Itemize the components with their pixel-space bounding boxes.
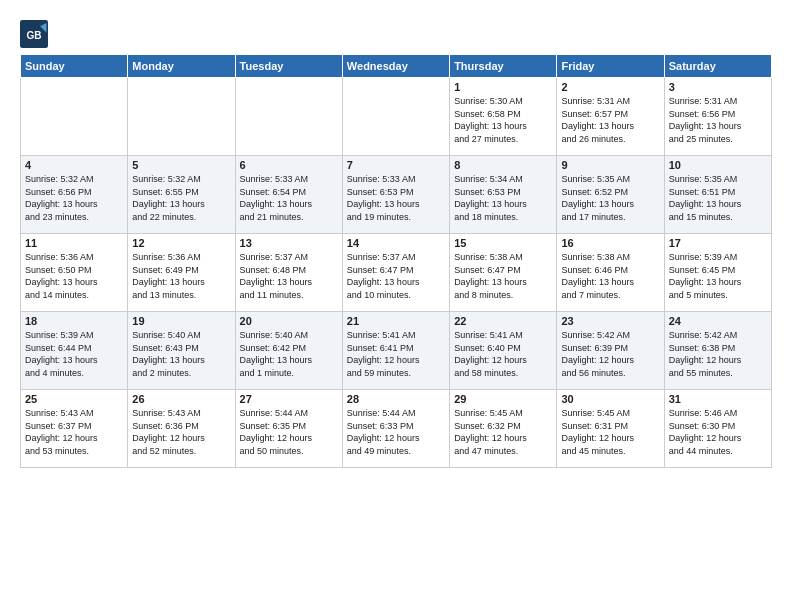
header: GB bbox=[20, 16, 772, 48]
calendar-cell: 10Sunrise: 5:35 AM Sunset: 6:51 PM Dayli… bbox=[664, 156, 771, 234]
day-number: 25 bbox=[25, 393, 123, 405]
day-number: 23 bbox=[561, 315, 659, 327]
day-info: Sunrise: 5:44 AM Sunset: 6:33 PM Dayligh… bbox=[347, 407, 445, 457]
day-info: Sunrise: 5:40 AM Sunset: 6:43 PM Dayligh… bbox=[132, 329, 230, 379]
week-row-4: 25Sunrise: 5:43 AM Sunset: 6:37 PM Dayli… bbox=[21, 390, 772, 468]
calendar-cell: 9Sunrise: 5:35 AM Sunset: 6:52 PM Daylig… bbox=[557, 156, 664, 234]
week-row-0: 1Sunrise: 5:30 AM Sunset: 6:58 PM Daylig… bbox=[21, 78, 772, 156]
calendar-table: SundayMondayTuesdayWednesdayThursdayFrid… bbox=[20, 54, 772, 468]
calendar-cell bbox=[342, 78, 449, 156]
day-info: Sunrise: 5:31 AM Sunset: 6:56 PM Dayligh… bbox=[669, 95, 767, 145]
day-info: Sunrise: 5:45 AM Sunset: 6:32 PM Dayligh… bbox=[454, 407, 552, 457]
day-info: Sunrise: 5:39 AM Sunset: 6:45 PM Dayligh… bbox=[669, 251, 767, 301]
day-number: 1 bbox=[454, 81, 552, 93]
week-row-2: 11Sunrise: 5:36 AM Sunset: 6:50 PM Dayli… bbox=[21, 234, 772, 312]
calendar-cell: 12Sunrise: 5:36 AM Sunset: 6:49 PM Dayli… bbox=[128, 234, 235, 312]
day-number: 28 bbox=[347, 393, 445, 405]
day-info: Sunrise: 5:43 AM Sunset: 6:36 PM Dayligh… bbox=[132, 407, 230, 457]
day-number: 15 bbox=[454, 237, 552, 249]
day-number: 13 bbox=[240, 237, 338, 249]
day-info: Sunrise: 5:45 AM Sunset: 6:31 PM Dayligh… bbox=[561, 407, 659, 457]
calendar-cell: 13Sunrise: 5:37 AM Sunset: 6:48 PM Dayli… bbox=[235, 234, 342, 312]
calendar-cell: 23Sunrise: 5:42 AM Sunset: 6:39 PM Dayli… bbox=[557, 312, 664, 390]
calendar-cell: 6Sunrise: 5:33 AM Sunset: 6:54 PM Daylig… bbox=[235, 156, 342, 234]
weekday-header-wednesday: Wednesday bbox=[342, 55, 449, 78]
day-info: Sunrise: 5:36 AM Sunset: 6:49 PM Dayligh… bbox=[132, 251, 230, 301]
weekday-header-row: SundayMondayTuesdayWednesdayThursdayFrid… bbox=[21, 55, 772, 78]
day-info: Sunrise: 5:35 AM Sunset: 6:51 PM Dayligh… bbox=[669, 173, 767, 223]
calendar-cell: 4Sunrise: 5:32 AM Sunset: 6:56 PM Daylig… bbox=[21, 156, 128, 234]
calendar-cell: 5Sunrise: 5:32 AM Sunset: 6:55 PM Daylig… bbox=[128, 156, 235, 234]
day-info: Sunrise: 5:33 AM Sunset: 6:54 PM Dayligh… bbox=[240, 173, 338, 223]
logo: GB bbox=[20, 20, 52, 48]
weekday-header-friday: Friday bbox=[557, 55, 664, 78]
calendar-cell: 26Sunrise: 5:43 AM Sunset: 6:36 PM Dayli… bbox=[128, 390, 235, 468]
day-number: 18 bbox=[25, 315, 123, 327]
calendar-cell: 20Sunrise: 5:40 AM Sunset: 6:42 PM Dayli… bbox=[235, 312, 342, 390]
calendar-cell: 24Sunrise: 5:42 AM Sunset: 6:38 PM Dayli… bbox=[664, 312, 771, 390]
day-number: 31 bbox=[669, 393, 767, 405]
day-info: Sunrise: 5:46 AM Sunset: 6:30 PM Dayligh… bbox=[669, 407, 767, 457]
calendar-page: GB SundayMondayTuesdayWednesdayThursdayF… bbox=[0, 0, 792, 612]
day-number: 24 bbox=[669, 315, 767, 327]
calendar-cell bbox=[128, 78, 235, 156]
calendar-cell: 19Sunrise: 5:40 AM Sunset: 6:43 PM Dayli… bbox=[128, 312, 235, 390]
calendar-cell: 28Sunrise: 5:44 AM Sunset: 6:33 PM Dayli… bbox=[342, 390, 449, 468]
day-info: Sunrise: 5:41 AM Sunset: 6:40 PM Dayligh… bbox=[454, 329, 552, 379]
calendar-cell: 27Sunrise: 5:44 AM Sunset: 6:35 PM Dayli… bbox=[235, 390, 342, 468]
day-info: Sunrise: 5:38 AM Sunset: 6:47 PM Dayligh… bbox=[454, 251, 552, 301]
day-number: 3 bbox=[669, 81, 767, 93]
day-info: Sunrise: 5:42 AM Sunset: 6:39 PM Dayligh… bbox=[561, 329, 659, 379]
calendar-cell: 18Sunrise: 5:39 AM Sunset: 6:44 PM Dayli… bbox=[21, 312, 128, 390]
calendar-cell: 29Sunrise: 5:45 AM Sunset: 6:32 PM Dayli… bbox=[450, 390, 557, 468]
day-info: Sunrise: 5:33 AM Sunset: 6:53 PM Dayligh… bbox=[347, 173, 445, 223]
day-number: 29 bbox=[454, 393, 552, 405]
day-number: 6 bbox=[240, 159, 338, 171]
day-info: Sunrise: 5:37 AM Sunset: 6:48 PM Dayligh… bbox=[240, 251, 338, 301]
day-info: Sunrise: 5:31 AM Sunset: 6:57 PM Dayligh… bbox=[561, 95, 659, 145]
day-number: 12 bbox=[132, 237, 230, 249]
day-info: Sunrise: 5:39 AM Sunset: 6:44 PM Dayligh… bbox=[25, 329, 123, 379]
calendar-cell: 31Sunrise: 5:46 AM Sunset: 6:30 PM Dayli… bbox=[664, 390, 771, 468]
day-number: 26 bbox=[132, 393, 230, 405]
day-number: 19 bbox=[132, 315, 230, 327]
calendar-cell: 14Sunrise: 5:37 AM Sunset: 6:47 PM Dayli… bbox=[342, 234, 449, 312]
svg-text:GB: GB bbox=[26, 30, 41, 41]
day-number: 20 bbox=[240, 315, 338, 327]
calendar-cell: 7Sunrise: 5:33 AM Sunset: 6:53 PM Daylig… bbox=[342, 156, 449, 234]
day-number: 9 bbox=[561, 159, 659, 171]
calendar-cell: 30Sunrise: 5:45 AM Sunset: 6:31 PM Dayli… bbox=[557, 390, 664, 468]
day-info: Sunrise: 5:35 AM Sunset: 6:52 PM Dayligh… bbox=[561, 173, 659, 223]
day-info: Sunrise: 5:40 AM Sunset: 6:42 PM Dayligh… bbox=[240, 329, 338, 379]
day-info: Sunrise: 5:43 AM Sunset: 6:37 PM Dayligh… bbox=[25, 407, 123, 457]
day-number: 17 bbox=[669, 237, 767, 249]
day-number: 5 bbox=[132, 159, 230, 171]
week-row-3: 18Sunrise: 5:39 AM Sunset: 6:44 PM Dayli… bbox=[21, 312, 772, 390]
day-number: 2 bbox=[561, 81, 659, 93]
week-row-1: 4Sunrise: 5:32 AM Sunset: 6:56 PM Daylig… bbox=[21, 156, 772, 234]
weekday-header-saturday: Saturday bbox=[664, 55, 771, 78]
day-info: Sunrise: 5:42 AM Sunset: 6:38 PM Dayligh… bbox=[669, 329, 767, 379]
calendar-cell: 25Sunrise: 5:43 AM Sunset: 6:37 PM Dayli… bbox=[21, 390, 128, 468]
day-number: 27 bbox=[240, 393, 338, 405]
day-info: Sunrise: 5:36 AM Sunset: 6:50 PM Dayligh… bbox=[25, 251, 123, 301]
day-info: Sunrise: 5:32 AM Sunset: 6:56 PM Dayligh… bbox=[25, 173, 123, 223]
calendar-cell: 3Sunrise: 5:31 AM Sunset: 6:56 PM Daylig… bbox=[664, 78, 771, 156]
calendar-cell: 22Sunrise: 5:41 AM Sunset: 6:40 PM Dayli… bbox=[450, 312, 557, 390]
day-info: Sunrise: 5:44 AM Sunset: 6:35 PM Dayligh… bbox=[240, 407, 338, 457]
day-info: Sunrise: 5:37 AM Sunset: 6:47 PM Dayligh… bbox=[347, 251, 445, 301]
calendar-cell: 15Sunrise: 5:38 AM Sunset: 6:47 PM Dayli… bbox=[450, 234, 557, 312]
day-number: 22 bbox=[454, 315, 552, 327]
calendar-cell bbox=[21, 78, 128, 156]
calendar-cell: 1Sunrise: 5:30 AM Sunset: 6:58 PM Daylig… bbox=[450, 78, 557, 156]
day-info: Sunrise: 5:32 AM Sunset: 6:55 PM Dayligh… bbox=[132, 173, 230, 223]
weekday-header-sunday: Sunday bbox=[21, 55, 128, 78]
day-number: 14 bbox=[347, 237, 445, 249]
calendar-cell: 11Sunrise: 5:36 AM Sunset: 6:50 PM Dayli… bbox=[21, 234, 128, 312]
weekday-header-tuesday: Tuesday bbox=[235, 55, 342, 78]
logo-icon: GB bbox=[20, 20, 48, 48]
calendar-cell: 17Sunrise: 5:39 AM Sunset: 6:45 PM Dayli… bbox=[664, 234, 771, 312]
weekday-header-thursday: Thursday bbox=[450, 55, 557, 78]
day-number: 11 bbox=[25, 237, 123, 249]
day-number: 8 bbox=[454, 159, 552, 171]
